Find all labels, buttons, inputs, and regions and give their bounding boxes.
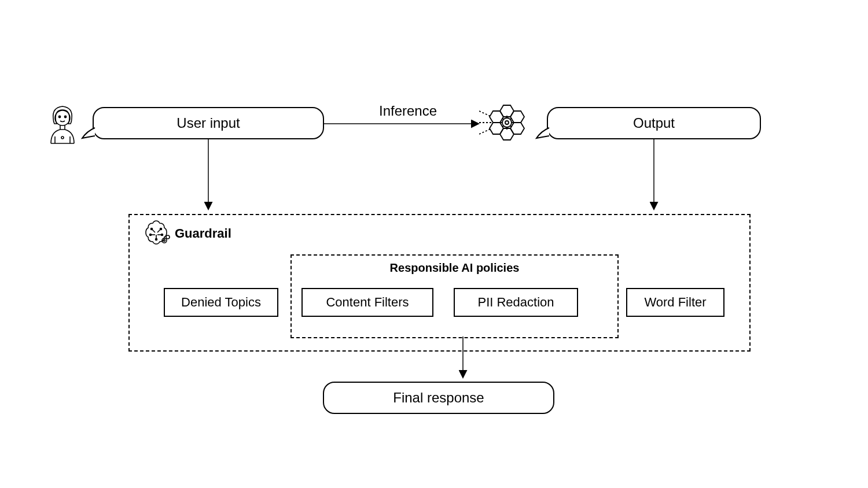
arrow-inference — [324, 119, 484, 131]
svg-point-1 — [58, 116, 60, 117]
svg-point-7 — [61, 136, 64, 139]
pii-redaction-label: PII Redaction — [477, 295, 554, 310]
final-response-label: Final response — [393, 390, 484, 406]
word-filter-box: Word Filter — [626, 288, 724, 317]
output-bubble: Output — [547, 107, 761, 139]
svg-point-37 — [166, 235, 170, 239]
policies-title: Responsible AI policies — [390, 261, 520, 275]
svg-line-31 — [157, 229, 161, 232]
guardrail-title: Guardrail — [175, 226, 231, 241]
svg-point-36 — [164, 240, 165, 242]
svg-point-2 — [64, 116, 66, 117]
content-filters-label: Content Filters — [326, 295, 409, 310]
pii-redaction-box: PII Redaction — [454, 288, 578, 317]
content-filters-box: Content Filters — [301, 288, 433, 317]
denied-topics-label: Denied Topics — [181, 295, 261, 310]
guardrail-header: Guardrail — [142, 220, 231, 247]
guardrail-icon — [142, 220, 170, 247]
svg-point-13 — [505, 121, 509, 124]
svg-point-12 — [502, 118, 512, 127]
architecture-diagram: User input Inference — [0, 0, 868, 488]
final-response-box: Final response — [323, 382, 554, 414]
svg-point-0 — [55, 110, 70, 125]
user-input-bubble: User input — [93, 107, 324, 139]
user-icon — [45, 103, 80, 148]
svg-line-30 — [152, 229, 155, 232]
user-input-label: User input — [176, 115, 240, 131]
ai-model-icon — [479, 99, 531, 146]
arrow-input-to-guardrail — [203, 139, 214, 215]
inference-label: Inference — [379, 103, 437, 119]
guardrail-container: Guardrail Responsible AI policies Denied… — [128, 214, 751, 352]
word-filter-label: Word Filter — [644, 295, 706, 310]
denied-topics-box: Denied Topics — [164, 288, 278, 317]
output-label: Output — [633, 115, 675, 131]
arrow-output-to-guardrail — [648, 139, 660, 215]
arrow-guardrail-to-final — [457, 337, 469, 383]
